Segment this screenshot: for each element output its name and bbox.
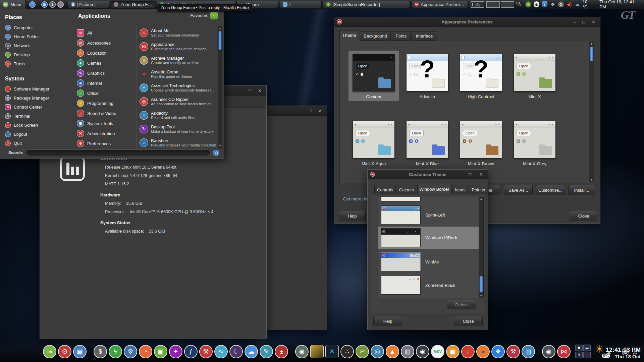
app-item-appearance[interactable]: ⋈AppearanceCustomise the look of the des… <box>140 40 218 53</box>
sidebar-item-network[interactable]: ⊕Network <box>5 41 73 50</box>
scroll-down-icon[interactable]: ▼ <box>589 178 594 182</box>
border-item-zorinred-black[interactable]: –□✕ ZorinRed-Black <box>378 274 479 296</box>
workspace-switcher[interactable] <box>469 1 523 8</box>
tab-fonts[interactable]: Fonts <box>392 31 411 41</box>
close-icon[interactable]: ✕ <box>479 172 483 177</box>
maximize-icon[interactable]: □ <box>469 172 471 177</box>
network-disconnected-icon[interactable]: ⊘ <box>558 1 564 7</box>
tab-controls[interactable]: Controls <box>374 185 396 194</box>
downloader-icon[interactable]: ↓ <box>461 345 475 358</box>
taskbar-item-screen-recorder[interactable]: [SimpleScreenRecorder] <box>323 1 410 8</box>
close-icon[interactable]: ✕ <box>258 88 262 93</box>
sidebar-item-control-center[interactable]: ⚙Control Center <box>5 103 73 112</box>
vlc-icon[interactable]: ▲ <box>386 345 399 358</box>
maximize-icon[interactable]: □ <box>249 88 251 93</box>
iota-icon[interactable]: ∴ <box>340 345 354 358</box>
taskbar-item-zorin-forum[interactable]: Zorin Group Forum • P... <box>111 1 155 8</box>
minimize-icon[interactable]: – <box>300 108 302 113</box>
help-button[interactable]: Help <box>339 211 366 221</box>
sidebar-item-terminal[interactable]: $Terminal <box>5 112 73 121</box>
log-viewer-icon[interactable]: ◎ <box>371 345 384 358</box>
app-list-scrollbar[interactable]: ▲ ▼ <box>218 26 222 148</box>
mkv-tool-icon[interactable]: MKV <box>431 345 444 358</box>
show-desktop-icon[interactable]: ▤ <box>73 345 87 358</box>
app-item-assistive-technologies[interactable]: +Assistive TechnologiesChoose which acce… <box>140 81 218 95</box>
tab-colours[interactable]: Colours <box>397 185 416 194</box>
border-item-windows10dark[interactable]: □ ✕ Windows10Dark <box>378 227 479 249</box>
app-item-assetto-corsa[interactable]: ≫Assetto CorsaPlay this game on Steam <box>140 67 218 81</box>
border-item-winme[interactable]: _ ❐ ✕ WinMe <box>378 251 479 273</box>
volume-icon[interactable]: ◀) <box>566 1 572 7</box>
customise-theme-titlebar[interactable]: ⋈ Customise Theme □ ✕ <box>368 170 488 179</box>
mint-menu-icon[interactable]: lm <box>43 345 56 358</box>
sidebar-item-computer[interactable]: ▭Computer <box>5 23 73 32</box>
pineapple-icon[interactable]: ▦ <box>446 345 460 358</box>
tab-pointer[interactable]: Pointer <box>469 185 488 194</box>
install-button[interactable]: Install... <box>568 185 595 195</box>
text-editor-icon[interactable]: ✎ <box>260 345 273 358</box>
screen-recorder-tray-icon[interactable] <box>525 1 531 7</box>
taskbar-item-root-folder[interactable]: / <box>280 1 322 8</box>
category-system-tools[interactable]: ▣System Tools <box>77 118 135 128</box>
usb-stick-icon[interactable]: ✦ <box>169 345 182 358</box>
disk-usage-icon[interactable]: ◔ <box>139 345 152 358</box>
tab-interface[interactable]: Interface <box>412 31 437 41</box>
scroll-up-icon[interactable]: ▲ <box>589 42 594 46</box>
steam-dock-icon[interactable]: ◉ <box>416 345 429 358</box>
scrollbar-thumb[interactable] <box>479 276 483 293</box>
search-icon[interactable] <box>213 150 219 156</box>
maximize-icon[interactable]: □ <box>309 108 312 113</box>
usb-image-writer-icon[interactable]: ƒ <box>184 345 198 358</box>
app-item-about-me[interactable]: ☺About MeSet your personal information <box>140 26 218 40</box>
system-monitor-icon[interactable]: ϟ <box>109 345 122 358</box>
minimize-icon[interactable]: – <box>239 88 242 93</box>
software-sources-icon[interactable]: ⚒ <box>199 345 213 358</box>
close-icon[interactable]: ✕ <box>592 19 595 24</box>
theme-mint-x-aqua[interactable]: ▾– + ✕ Open ✕ Mint-X-Aqua <box>348 121 399 166</box>
dropbox-icon[interactable]: ❖ <box>550 1 555 7</box>
weather-app-icon[interactable]: ☁ <box>245 345 258 358</box>
window-preview-grid[interactable]: ◉▬ 4● <box>575 345 591 359</box>
theme-mint-x-blue[interactable]: ▾– + ✕ Open ✕ Mint-X-Blue <box>402 121 452 166</box>
sidebar-item-trash[interactable]: ▯Trash <box>5 59 73 68</box>
scrollbar-thumb[interactable] <box>590 47 593 61</box>
screensaver-icon[interactable]: ☾ <box>229 345 243 358</box>
theme-mint-x-grey[interactable]: ▾– + ✕ Open ✕ Mint-X-Grey <box>509 121 560 166</box>
tab-window-border[interactable]: Window Border <box>417 184 451 194</box>
app-item-backup-tool[interactable]: ↻Backup ToolMake a backup of your home d… <box>140 122 218 136</box>
terminal-icon[interactable]: $ <box>49 1 56 8</box>
sidebar-item-quit[interactable]: ʘQuit <box>5 139 73 148</box>
category-sound-video[interactable]: ♫Sound & Video <box>77 108 135 118</box>
search-input[interactable] <box>26 149 210 156</box>
wine-tools-icon[interactable]: ⚒ <box>506 345 520 358</box>
category-preferences[interactable]: ⚙Preferences <box>77 138 135 148</box>
calculator-icon[interactable]: ± <box>275 345 288 358</box>
category-education[interactable]: ΔEducation <box>77 48 135 58</box>
category-programming[interactable]: #Programming <box>77 98 135 108</box>
video-editor-icon[interactable]: ✕ <box>325 345 339 358</box>
category-all[interactable]: ≣All <box>77 28 135 38</box>
workspace-3[interactable] <box>501 1 514 8</box>
sidebar-item-home-folder[interactable]: ⌂Home Folder <box>5 32 73 41</box>
archive-manager-icon[interactable]: ▥ <box>522 345 535 358</box>
screen-recorder-icon[interactable]: ◉ <box>295 345 309 358</box>
firefox-icon[interactable]: ● <box>476 345 490 358</box>
workspace-1[interactable] <box>471 1 484 8</box>
help-button[interactable]: Help <box>373 316 402 326</box>
border-list-scrollbar[interactable]: ▲ ▼ <box>479 197 484 298</box>
scroll-up-icon[interactable]: ▲ <box>218 26 222 31</box>
category-administration[interactable]: ⚒Administration <box>77 128 135 138</box>
weather-cloud-icon[interactable]: ☁ <box>574 1 580 7</box>
menu-button[interactable]: lm Menu <box>0 0 26 9</box>
control-center-icon[interactable]: ⚙ <box>124 345 137 358</box>
app-item-asunder-cd-ripper[interactable]: ◎Asunder CD RipperAn application to save… <box>140 95 218 108</box>
firefox-icon[interactable] <box>57 1 64 8</box>
panel-clock[interactable]: Thu Oct 18, 12:41 PM <box>599 0 641 9</box>
sidebar-item-software-manager[interactable]: ↓Software Manager <box>5 84 73 94</box>
theme-mint-x-brown[interactable]: ▾– + ✕ Open ✕ Mint-X-Brown <box>456 121 506 166</box>
close-icon[interactable]: ✕ <box>318 108 322 113</box>
appearance-titlebar[interactable]: ⋈ Appearance Preferences – □ ✕ <box>334 17 600 27</box>
maximize-icon[interactable]: □ <box>582 19 585 24</box>
category-accessories[interactable]: ▤Accessories <box>77 38 135 48</box>
taskbar-item-pictures[interactable]: ▦[Pictures] <box>68 1 110 8</box>
